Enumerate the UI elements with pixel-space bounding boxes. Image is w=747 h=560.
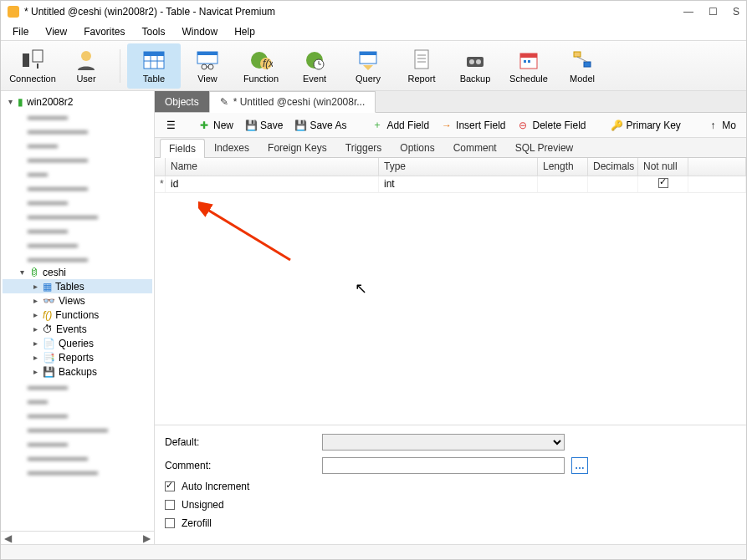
addfield-button[interactable]: ＋Add Field <box>366 117 434 134</box>
chevron-down-icon[interactable]: ▾ <box>6 97 14 106</box>
tree-root[interactable]: win2008r2 <box>27 96 73 108</box>
insertfield-button[interactable]: →Insert Field <box>436 117 510 134</box>
subtab-indexes[interactable]: Indexes <box>205 138 258 157</box>
unsigned-checkbox[interactable] <box>165 500 175 510</box>
main-toolbar: Connection User Table View f(x) Function… <box>1 41 746 91</box>
subtab-comment[interactable]: Comment <box>444 138 506 157</box>
connection-tree[interactable]: ▾▮win2008r2 ▬▬▬▬ ▬▬▬▬▬▬ ▬▬▬ ▬▬▬▬▬▬ ▬▬ ▬▬… <box>1 91 154 531</box>
deletefield-button[interactable]: ⊖Delete Field <box>512 117 591 134</box>
cell-decimals[interactable] <box>588 176 638 192</box>
col-decimals[interactable]: Decimals <box>588 158 638 176</box>
comment-label: Comment: <box>165 460 315 471</box>
sidebar-scrollbar[interactable]: ◀▶ <box>1 531 154 544</box>
view-button[interactable]: View <box>181 43 234 89</box>
subtab-options[interactable]: Options <box>391 138 443 157</box>
menu-view[interactable]: View <box>38 24 74 39</box>
content-area: Objects ✎* Untitled @ceshi (win2008r... … <box>155 91 746 544</box>
tree-tables[interactable]: Tables <box>55 281 84 293</box>
function-button[interactable]: f(x) Function <box>234 43 288 89</box>
svg-rect-35 <box>584 62 591 67</box>
tree-functions[interactable]: Functions <box>55 309 99 321</box>
subtab-sqlpreview[interactable]: SQL Preview <box>506 138 583 157</box>
subtab-fields[interactable]: Fields <box>160 139 205 158</box>
tab-untitled[interactable]: ✎* Untitled @ceshi (win2008r... <box>209 91 376 113</box>
model-button[interactable]: Model <box>555 43 609 89</box>
cell-name[interactable]: id <box>166 176 379 192</box>
chevron-right-icon[interactable]: ▸ <box>31 367 39 376</box>
backup-button[interactable]: Backup <box>448 43 502 89</box>
insert-field-icon: → <box>441 120 453 131</box>
saveas-icon: 💾 <box>294 120 306 131</box>
app-icon <box>8 6 19 18</box>
window-title: * Untitled @ceshi (win2008r2) - Table - … <box>24 6 275 18</box>
subtab-triggers[interactable]: Triggers <box>336 138 391 157</box>
comment-ellipsis-button[interactable]: … <box>571 457 588 474</box>
chevron-right-icon[interactable]: ▸ <box>31 353 39 362</box>
chevron-down-icon[interactable]: ▾ <box>18 267 26 277</box>
tree-events[interactable]: Events <box>56 323 87 335</box>
checkbox-checked-icon[interactable] <box>658 178 668 188</box>
new-button[interactable]: ✚New <box>193 117 238 134</box>
backups-icon: 💾 <box>43 366 55 378</box>
connection-button[interactable]: Connection <box>6 43 59 89</box>
svg-point-29 <box>476 59 481 64</box>
events-icon: ⏱ <box>43 323 53 335</box>
report-icon <box>410 48 433 72</box>
moveup-button[interactable]: ↑Mo <box>702 117 741 134</box>
fields-grid[interactable]: Name Type Length Decimals Not null * id … <box>155 158 746 425</box>
settings-right[interactable]: S <box>733 6 739 18</box>
col-name[interactable]: Name <box>166 158 379 176</box>
tree-queries[interactable]: Queries <box>59 338 94 349</box>
report-button[interactable]: Report <box>395 43 448 89</box>
menu-button[interactable]: ☰ <box>160 117 182 134</box>
cell-length[interactable] <box>538 176 588 192</box>
menu-window[interactable]: Window <box>176 24 225 39</box>
event-icon <box>303 48 326 72</box>
default-select[interactable] <box>322 434 565 451</box>
zerofill-checkbox[interactable] <box>165 518 175 528</box>
saveas-button[interactable]: 💾Save As <box>289 117 351 134</box>
user-button[interactable]: User <box>59 43 113 89</box>
event-button[interactable]: Event <box>288 43 341 89</box>
chevron-right-icon[interactable]: ▸ <box>31 282 39 291</box>
save-button[interactable]: 💾Save <box>240 117 288 134</box>
col-length[interactable]: Length <box>538 158 588 176</box>
comment-input[interactable] <box>322 457 565 474</box>
menu-tools[interactable]: Tools <box>136 24 172 39</box>
key-icon: 🔑 <box>611 120 623 131</box>
query-button[interactable]: Query <box>341 43 395 89</box>
svg-rect-34 <box>574 52 581 57</box>
cell-type[interactable]: int <box>379 176 538 192</box>
field-row[interactable]: * id int <box>155 176 746 193</box>
chevron-right-icon[interactable]: ▸ <box>31 310 39 319</box>
maximize-icon[interactable]: ☐ <box>709 6 718 18</box>
tree-reports[interactable]: Reports <box>59 352 94 364</box>
tree-db[interactable]: ceshi <box>43 267 66 278</box>
tree-views[interactable]: Views <box>59 295 85 307</box>
menu-favorites[interactable]: Favorites <box>77 24 131 39</box>
functions-icon: f() <box>43 309 52 321</box>
tree-backups[interactable]: Backups <box>59 366 97 378</box>
views-icon: 👓 <box>43 295 55 307</box>
menu-help[interactable]: Help <box>228 24 262 39</box>
primarykey-button[interactable]: 🔑Primary Key <box>606 117 686 134</box>
schedule-button[interactable]: Schedule <box>502 43 555 89</box>
autoinc-checkbox[interactable] <box>165 481 175 491</box>
minimize-icon[interactable]: — <box>683 6 693 18</box>
subtab-fkeys[interactable]: Foreign Keys <box>258 138 336 157</box>
chevron-right-icon[interactable]: ▸ <box>31 324 39 333</box>
tab-objects[interactable]: Objects <box>155 91 209 112</box>
query-icon <box>356 48 380 72</box>
svg-rect-31 <box>520 53 537 58</box>
table-button[interactable]: Table <box>127 43 181 89</box>
chevron-right-icon[interactable]: ▸ <box>31 339 39 348</box>
col-notnull[interactable]: Not null <box>638 158 688 176</box>
chevron-right-icon[interactable]: ▸ <box>31 296 39 305</box>
svg-point-28 <box>469 59 474 64</box>
menubar: File View Favorites Tools Window Help <box>1 23 746 41</box>
queries-icon: 📄 <box>43 338 55 349</box>
col-type[interactable]: Type <box>379 158 538 176</box>
document-tabs: Objects ✎* Untitled @ceshi (win2008r... <box>155 91 746 113</box>
cell-notnull[interactable] <box>638 176 688 192</box>
menu-file[interactable]: File <box>6 24 35 39</box>
